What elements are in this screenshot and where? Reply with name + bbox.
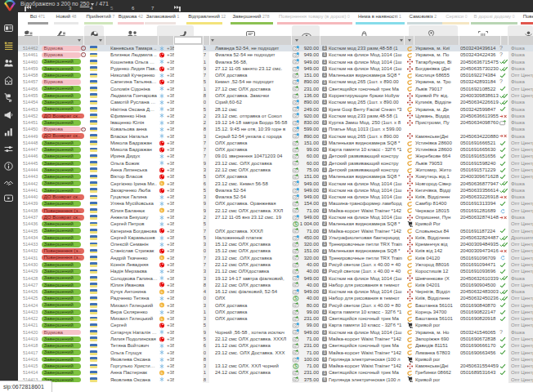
- svg-text:lc: lc: [161, 182, 163, 185]
- svg-text:lc: lc: [161, 256, 163, 260]
- svg-text:lc: lc: [161, 372, 163, 375]
- svg-text:lc: lc: [161, 304, 163, 307]
- svg-text:lc: lc: [161, 318, 163, 321]
- svg-text:lc: lc: [161, 291, 163, 294]
- svg-text:lc: lc: [161, 209, 163, 212]
